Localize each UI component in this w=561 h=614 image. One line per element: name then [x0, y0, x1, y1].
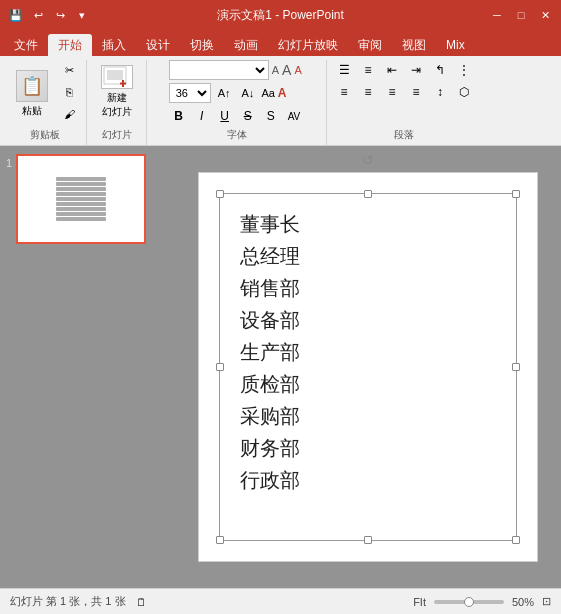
main-area: 1 ↺: [0, 146, 561, 588]
tab-insert[interactable]: 插入: [92, 34, 136, 56]
clear-format-icon[interactable]: A: [294, 64, 301, 76]
slide-container: ↺ 董事长总经理销售部设备部生产部质检部采购部财务部行政部: [198, 172, 538, 562]
text-box[interactable]: 董事长总经理销售部设备部生产部质检部采购部财务部行政部: [219, 193, 517, 541]
tab-transitions[interactable]: 切换: [180, 34, 224, 56]
font-color-A-icon[interactable]: A: [278, 86, 287, 100]
text-line: 销售部: [240, 273, 496, 303]
undo-icon[interactable]: ↩: [30, 7, 46, 23]
zoom-thumb[interactable]: [464, 597, 474, 607]
font-size-up-icon[interactable]: A: [282, 62, 291, 78]
slide-number: 1: [6, 154, 12, 244]
handle-bottom-center[interactable]: [364, 536, 372, 544]
text-content: 董事长总经理销售部设备部生产部质检部采购部财务部行政部: [220, 194, 516, 512]
save-icon[interactable]: 💾: [8, 7, 24, 23]
title-bar: 💾 ↩ ↪ ▾ 演示文稿1 - PowerPoint ─ □ ✕: [0, 0, 561, 30]
slide-panel: 1: [0, 146, 175, 588]
new-slide-icon: [101, 65, 133, 89]
handle-top-left[interactable]: [216, 190, 224, 198]
app-title: 演示文稿1 - PowerPoint: [217, 7, 344, 24]
increase-size-icon[interactable]: A↑: [214, 85, 235, 101]
bold-button[interactable]: B: [169, 106, 189, 126]
handle-bottom-right[interactable]: [512, 536, 520, 544]
tab-file[interactable]: 文件: [4, 34, 48, 56]
aa-icon[interactable]: Aa: [261, 87, 274, 99]
tab-slideshow[interactable]: 幻灯片放映: [268, 34, 348, 56]
tab-view[interactable]: 视图: [392, 34, 436, 56]
columns-button[interactable]: ⋮: [453, 60, 475, 80]
justify-button[interactable]: ≡: [405, 82, 427, 102]
minimize-icon[interactable]: ─: [489, 7, 505, 23]
paragraph-content: ☰ ≡ ⇤ ⇥ ↰ ⋮ ≡ ≡ ≡ ≡ ↕ ⬡: [333, 60, 475, 128]
tab-animations[interactable]: 动画: [224, 34, 268, 56]
text-line: 董事长: [240, 209, 496, 239]
notes-icon[interactable]: 🗒: [136, 596, 147, 608]
thumb-content: [56, 177, 106, 221]
tab-mix[interactable]: Mix: [436, 34, 475, 56]
bullets-button[interactable]: ☰: [333, 60, 355, 80]
group-font: A A A 36 A↑ A↓ Aa A B I U S S AV: [147, 60, 327, 145]
copy-button[interactable]: ⎘: [58, 82, 80, 102]
clipboard-small-btns: ✂ ⎘ 🖌: [58, 60, 80, 128]
status-right: FIt 50% ⊡: [413, 595, 551, 608]
cut-button[interactable]: ✂: [58, 60, 80, 80]
font-row2: 36 A↑ A↓ Aa A: [169, 83, 305, 103]
ribbon: 📋 粘贴 ✂ ⎘ 🖌 剪贴板: [0, 56, 561, 146]
align-center-button[interactable]: ≡: [357, 82, 379, 102]
handle-top-center[interactable]: [364, 190, 372, 198]
svg-rect-1: [107, 70, 123, 80]
convert-smartart-button[interactable]: ⬡: [453, 82, 475, 102]
shadow-button[interactable]: S: [261, 106, 281, 126]
text-line: 生产部: [240, 337, 496, 367]
zoom-percent: 50%: [512, 596, 534, 608]
group-paragraph: ☰ ≡ ⇤ ⇥ ↰ ⋮ ≡ ≡ ≡ ≡ ↕ ⬡ 段落: [327, 60, 481, 145]
font-label: 字体: [227, 128, 247, 145]
align-left-button[interactable]: ≡: [333, 82, 355, 102]
font-row3: B I U S S AV: [169, 106, 305, 126]
window-controls: ─ □ ✕: [489, 7, 553, 23]
numbering-button[interactable]: ≡: [357, 60, 379, 80]
tab-review[interactable]: 审阅: [348, 34, 392, 56]
font-area: A A A 36 A↑ A↓ Aa A B I U S S AV: [169, 60, 305, 128]
slides-label: 幻灯片: [102, 128, 132, 145]
indent-increase-button[interactable]: ⇥: [405, 60, 427, 80]
rotate-handle[interactable]: ↺: [362, 152, 374, 168]
indent-decrease-button[interactable]: ⇤: [381, 60, 403, 80]
zoom-slider[interactable]: [434, 600, 504, 604]
close-icon[interactable]: ✕: [537, 7, 553, 23]
ribbon-tabs: 文件 开始 插入 设计 切换 动画 幻灯片放映 审阅 视图 Mix: [0, 30, 561, 56]
align-right-button[interactable]: ≡: [381, 82, 403, 102]
format-painter-button[interactable]: 🖌: [58, 104, 80, 124]
text-line: 财务部: [240, 433, 496, 463]
maximize-icon[interactable]: □: [513, 7, 529, 23]
status-left: 幻灯片 第 1 张，共 1 张 🗒: [10, 594, 147, 609]
title-bar-left: 💾 ↩ ↪ ▾: [8, 7, 90, 23]
new-slide-button[interactable]: 新建幻灯片: [94, 60, 140, 124]
text-line: 总经理: [240, 241, 496, 271]
redo-icon[interactable]: ↪: [52, 7, 68, 23]
handle-middle-left[interactable]: [216, 363, 224, 371]
italic-button[interactable]: I: [192, 106, 212, 126]
text-line: 采购部: [240, 401, 496, 431]
text-direction-button[interactable]: ↕: [429, 82, 451, 102]
handle-middle-right[interactable]: [512, 363, 520, 371]
tab-design[interactable]: 设计: [136, 34, 180, 56]
fit-icon[interactable]: FIt: [413, 596, 426, 608]
fit-page-icon[interactable]: ⊡: [542, 595, 551, 608]
rtl-button[interactable]: ↰: [429, 60, 451, 80]
paste-button[interactable]: 📋 粘贴: [10, 60, 54, 128]
font-name-select[interactable]: [169, 60, 269, 80]
more-icon[interactable]: ▾: [74, 7, 90, 23]
strikethrough-button[interactable]: S: [238, 106, 258, 126]
font-size-select[interactable]: 36: [169, 83, 211, 103]
slide-thumbnail[interactable]: [16, 154, 146, 244]
handle-top-right[interactable]: [512, 190, 520, 198]
group-slides: 新建幻灯片 幻灯片: [87, 60, 147, 145]
char-spacing-button[interactable]: AV: [284, 106, 305, 126]
tab-home[interactable]: 开始: [48, 34, 92, 56]
underline-button[interactable]: U: [215, 106, 235, 126]
para-row1: ☰ ≡ ⇤ ⇥ ↰ ⋮: [333, 60, 475, 80]
handle-bottom-left[interactable]: [216, 536, 224, 544]
new-slide-label: 新建幻灯片: [102, 91, 132, 119]
decrease-size-icon[interactable]: A↓: [238, 85, 259, 101]
font-size-down-icon[interactable]: A: [272, 64, 279, 76]
